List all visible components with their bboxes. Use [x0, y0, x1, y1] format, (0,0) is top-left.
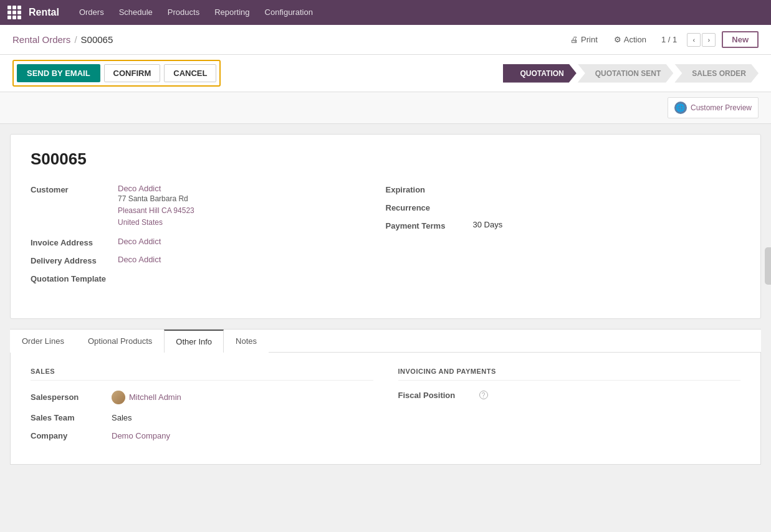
print-icon: 🖨	[570, 35, 578, 44]
nav-item-reporting[interactable]: Reporting	[207, 0, 257, 25]
salesperson-value: Mitchell Admin	[112, 391, 181, 404]
customer-preview-button[interactable]: 🌐 Customer Preview	[668, 97, 759, 118]
header-actions: 🖨 Print ⚙ Action 1 / 1 ‹ › New	[565, 31, 759, 48]
delivery-address-field-row: Delivery Address Deco Addict	[31, 255, 361, 265]
delivery-address-link[interactable]: Deco Addict	[118, 255, 161, 264]
customer-field-row: Customer Deco Addict 77 Santa Barbara Rd…	[31, 184, 361, 229]
quotation-template-label: Quotation Template	[31, 273, 118, 283]
breadcrumb-separator: /	[74, 34, 77, 45]
grid-menu-icon[interactable]	[7, 6, 21, 19]
tab-notes[interactable]: Notes	[224, 330, 269, 353]
right-sidebar-stripe	[765, 247, 771, 285]
tab-other-info[interactable]: Other Info	[164, 330, 224, 353]
breadcrumb: Rental Orders / S00065	[12, 34, 113, 45]
recurrence-label: Recurrence	[386, 202, 473, 212]
form-right-column: Expiration Recurrence Payment Terms 30 D…	[386, 184, 741, 291]
pipeline-step-sales-order[interactable]: SALES ORDER	[674, 64, 759, 83]
company-label: Company	[31, 431, 112, 440]
pipeline-step-quotation[interactable]: QUOTATION	[503, 64, 577, 83]
avatar	[112, 391, 125, 404]
company-value-link[interactable]: Demo Company	[112, 431, 170, 440]
globe-icon: 🌐	[674, 102, 687, 114]
customer-value: Deco Addict 77 Santa Barbara Rd Pleasant…	[118, 184, 194, 229]
tabs-header: Order Lines Optional Products Other Info…	[10, 330, 761, 353]
status-pipeline: QUOTATION QUOTATION SENT SALES ORDER	[503, 64, 759, 83]
prev-record-button[interactable]: ‹	[687, 33, 701, 47]
top-nav: Rental Orders Schedule Products Reportin…	[0, 0, 771, 25]
recurrence-field-row: Recurrence	[386, 202, 716, 212]
salesperson-name-link[interactable]: Mitchell Admin	[129, 392, 181, 402]
invoice-address-link[interactable]: Deco Addict	[118, 237, 161, 246]
tab-optional-products[interactable]: Optional Products	[76, 330, 164, 353]
action-buttons-group: SEND BY EMAIL CONFIRM CANCEL	[12, 60, 221, 87]
action-button[interactable]: ⚙ Action	[609, 32, 651, 47]
customer-label: Customer	[31, 184, 118, 194]
customer-preview-label: Customer Preview	[691, 103, 752, 112]
order-number: S00065	[31, 150, 740, 169]
confirm-button[interactable]: CONFIRM	[104, 64, 161, 82]
print-label: Print	[581, 35, 598, 44]
nav-arrows: ‹ ›	[687, 33, 716, 47]
expiration-field-row: Expiration	[386, 184, 716, 194]
next-record-button[interactable]: ›	[702, 33, 716, 47]
form-left-column: Customer Deco Addict 77 Santa Barbara Rd…	[31, 184, 386, 291]
invoice-address-label: Invoice Address	[31, 237, 118, 247]
action-bar: SEND BY EMAIL CONFIRM CANCEL QUOTATION Q…	[0, 55, 771, 92]
customer-preview-area: 🌐 Customer Preview	[0, 92, 771, 124]
print-button[interactable]: 🖨 Print	[565, 32, 603, 47]
record-counter: 1 / 1	[661, 35, 677, 44]
sales-team-value[interactable]: Sales	[112, 413, 132, 422]
delivery-address-value: Deco Addict	[118, 255, 161, 264]
nav-item-schedule[interactable]: Schedule	[112, 0, 160, 25]
send-email-button[interactable]: SEND BY EMAIL	[17, 64, 100, 82]
nav-item-configuration[interactable]: Configuration	[257, 0, 320, 25]
cancel-button[interactable]: CANCEL	[164, 64, 216, 82]
invoicing-section-title: INVOICING AND PAYMENTS	[398, 368, 741, 381]
sales-section: SALES Salesperson Mitchell Admin Sales T…	[31, 368, 373, 449]
fiscal-position-field-row: Fiscal Position ?	[398, 391, 741, 400]
header-bar: Rental Orders / S00065 🖨 Print ⚙ Action …	[0, 25, 771, 55]
salesperson-field-row: Salesperson Mitchell Admin	[31, 391, 373, 404]
salesperson-label: Salesperson	[31, 392, 112, 402]
form-grid: Customer Deco Addict 77 Santa Barbara Rd…	[31, 184, 740, 291]
invoicing-section: INVOICING AND PAYMENTS Fiscal Position ?	[398, 368, 741, 449]
fiscal-position-label: Fiscal Position	[398, 391, 479, 400]
expiration-label: Expiration	[386, 184, 473, 194]
company-field-row: Company Demo Company	[31, 431, 373, 440]
sales-team-field-row: Sales Team Sales	[31, 413, 373, 422]
brand-label[interactable]: Rental	[29, 7, 59, 18]
delivery-address-label: Delivery Address	[31, 255, 118, 265]
breadcrumb-current: S00065	[81, 34, 113, 45]
invoice-address-value: Deco Addict	[118, 237, 161, 246]
customer-address3: United States	[118, 217, 194, 229]
form-card: S00065 Customer Deco Addict 77 Santa Bar…	[10, 134, 761, 319]
tab-content-other-info: SALES Salesperson Mitchell Admin Sales T…	[10, 353, 761, 465]
customer-address2: Pleasant Hill CA 94523	[118, 205, 194, 217]
quotation-template-field-row: Quotation Template	[31, 273, 361, 283]
sales-section-title: SALES	[31, 368, 373, 381]
pipeline-step-quotation-sent[interactable]: QUOTATION SENT	[578, 64, 674, 83]
action-label: Action	[624, 35, 646, 44]
payment-terms-value[interactable]: 30 Days	[473, 220, 503, 229]
tabs-section: Order Lines Optional Products Other Info…	[10, 329, 761, 353]
payment-terms-label: Payment Terms	[386, 220, 473, 230]
nav-item-products[interactable]: Products	[160, 0, 207, 25]
customer-address1: 77 Santa Barbara Rd	[118, 193, 194, 205]
customer-name-link[interactable]: Deco Addict	[118, 184, 161, 193]
payment-terms-field-row: Payment Terms 30 Days	[386, 220, 716, 230]
new-button[interactable]: New	[722, 31, 759, 48]
sales-team-label: Sales Team	[31, 413, 112, 422]
gear-icon: ⚙	[614, 35, 621, 44]
two-col-section: SALES Salesperson Mitchell Admin Sales T…	[31, 368, 740, 449]
fiscal-position-help-icon[interactable]: ?	[479, 391, 488, 399]
breadcrumb-parent[interactable]: Rental Orders	[12, 34, 70, 45]
invoice-address-field-row: Invoice Address Deco Addict	[31, 237, 361, 247]
nav-item-orders[interactable]: Orders	[72, 0, 112, 25]
tab-order-lines[interactable]: Order Lines	[10, 330, 76, 353]
